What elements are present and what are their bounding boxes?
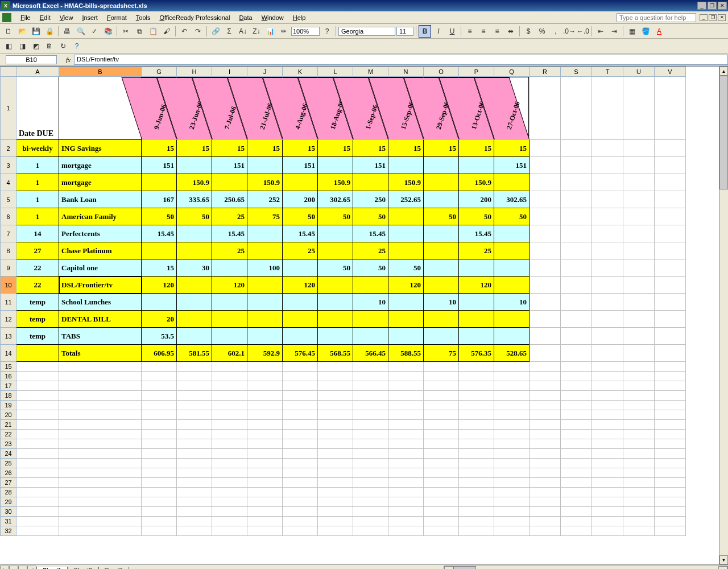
cell-empty[interactable]	[494, 468, 530, 478]
cell-blank[interactable]	[623, 191, 655, 208]
tab-nav-first-icon[interactable]: |◂	[0, 566, 9, 570]
cell-Q7[interactable]	[494, 225, 530, 242]
cell-G8[interactable]	[142, 242, 177, 259]
cell-O12[interactable]	[424, 311, 459, 328]
cell-empty[interactable]	[459, 507, 494, 517]
row-header-6[interactable]: 6	[1, 208, 16, 225]
cell-empty[interactable]	[177, 488, 212, 497]
cell-empty[interactable]	[424, 439, 459, 449]
preview-icon[interactable]: 🔍	[75, 25, 87, 38]
cell-empty[interactable]	[247, 497, 283, 507]
cell-empty[interactable]	[623, 497, 655, 507]
row-header-12[interactable]: 12	[1, 311, 16, 328]
cell-H14[interactable]: 581.55	[177, 345, 212, 362]
cell-empty[interactable]	[592, 439, 623, 449]
cell-empty[interactable]	[247, 430, 283, 439]
copy-icon[interactable]: ⧉	[133, 25, 146, 38]
cell-empty[interactable]	[623, 410, 655, 420]
cell-N3[interactable]	[388, 157, 424, 174]
name-box[interactable]: B10	[6, 55, 57, 64]
row-header-1[interactable]: 1	[1, 77, 16, 140]
cell-empty[interactable]	[655, 507, 686, 517]
redo-icon[interactable]: ↷	[192, 25, 204, 38]
cell-O10[interactable]	[424, 277, 459, 294]
cell-empty[interactable]	[592, 497, 623, 507]
cell-blank[interactable]	[530, 277, 561, 294]
cell-B10[interactable]: DSL/Frontier/tv	[59, 277, 142, 294]
cell-empty[interactable]	[283, 478, 318, 488]
sheet-tab-sheet3[interactable]: Sheet3	[98, 567, 129, 570]
cell-empty[interactable]	[247, 410, 283, 420]
cell-empty[interactable]	[561, 420, 592, 430]
cell-empty[interactable]	[424, 478, 459, 488]
cell-empty[interactable]	[592, 478, 623, 488]
cell-A14[interactable]	[16, 345, 59, 362]
cell-empty[interactable]	[16, 478, 59, 488]
cell-empty[interactable]	[212, 526, 247, 536]
cell-empty[interactable]	[212, 381, 247, 391]
cell-empty[interactable]	[283, 362, 318, 372]
cell-empty[interactable]	[353, 372, 388, 381]
menu-help[interactable]: Help	[288, 13, 311, 22]
cell-empty[interactable]	[424, 401, 459, 410]
open-icon[interactable]: 📂	[16, 25, 28, 38]
cell-empty[interactable]	[177, 381, 212, 391]
cell-G6[interactable]: 50	[142, 208, 177, 225]
cell-empty[interactable]	[177, 449, 212, 459]
cell-empty[interactable]	[655, 526, 686, 536]
cell-L12[interactable]	[318, 311, 353, 328]
cell-empty[interactable]	[142, 401, 177, 410]
cell-Q2[interactable]: 15	[494, 140, 530, 157]
cell-empty[interactable]	[561, 488, 592, 497]
cell-blank[interactable]	[592, 157, 623, 174]
cell-empty[interactable]	[561, 526, 592, 536]
cell-empty[interactable]	[494, 362, 530, 372]
cell-H4[interactable]: 150.9	[177, 174, 212, 191]
cell-empty[interactable]	[177, 372, 212, 381]
cell-B13[interactable]: TABS	[59, 328, 142, 345]
cell-blank[interactable]	[655, 311, 686, 328]
cell-blank[interactable]	[592, 294, 623, 311]
row-header-16[interactable]: 16	[1, 372, 16, 381]
cell-M6[interactable]: 50	[353, 208, 388, 225]
cell-B7[interactable]: Perfectcents	[59, 225, 142, 242]
decrease-decimal-icon[interactable]: ←.0	[577, 25, 589, 38]
cell-empty[interactable]	[177, 459, 212, 468]
cell-empty[interactable]	[561, 507, 592, 517]
cell-empty[interactable]	[283, 381, 318, 391]
row-header-17[interactable]: 17	[1, 381, 16, 391]
cell-empty[interactable]	[424, 488, 459, 497]
increase-decimal-icon[interactable]: .0→	[563, 25, 576, 38]
cell-empty[interactable]	[16, 497, 59, 507]
cell-empty[interactable]	[177, 468, 212, 478]
decrease-indent-icon[interactable]: ⇤	[594, 25, 607, 38]
cell-empty[interactable]	[530, 449, 561, 459]
cell-empty[interactable]	[318, 372, 353, 381]
cell-G9[interactable]: 15	[142, 259, 177, 277]
cell-empty[interactable]	[353, 468, 388, 478]
cell-A6[interactable]: 1	[16, 208, 59, 225]
cell-empty[interactable]	[212, 439, 247, 449]
cell-G4[interactable]	[142, 174, 177, 191]
cell-H12[interactable]	[177, 311, 212, 328]
comma-icon[interactable]: ,	[549, 25, 562, 38]
col-header-J[interactable]: J	[247, 67, 283, 77]
cell-I13[interactable]	[212, 328, 247, 345]
cell-blank[interactable]	[655, 259, 686, 277]
cell-Q8[interactable]	[494, 242, 530, 259]
cell-M5[interactable]: 250	[353, 191, 388, 208]
cell-P7[interactable]: 15.45	[459, 225, 494, 242]
cell-empty[interactable]	[283, 507, 318, 517]
cell-empty[interactable]	[424, 459, 459, 468]
cell-O9[interactable]	[424, 259, 459, 277]
cell-empty[interactable]	[530, 362, 561, 372]
cell-empty[interactable]	[283, 468, 318, 478]
cell-empty[interactable]	[561, 372, 592, 381]
cell-blank[interactable]	[655, 191, 686, 208]
cell-I2[interactable]: 15	[212, 140, 247, 157]
cell-empty[interactable]	[212, 449, 247, 459]
cell-empty[interactable]	[530, 439, 561, 449]
cell-empty[interactable]	[494, 401, 530, 410]
col-header-N[interactable]: N	[388, 67, 424, 77]
cell-blank[interactable]	[655, 157, 686, 174]
